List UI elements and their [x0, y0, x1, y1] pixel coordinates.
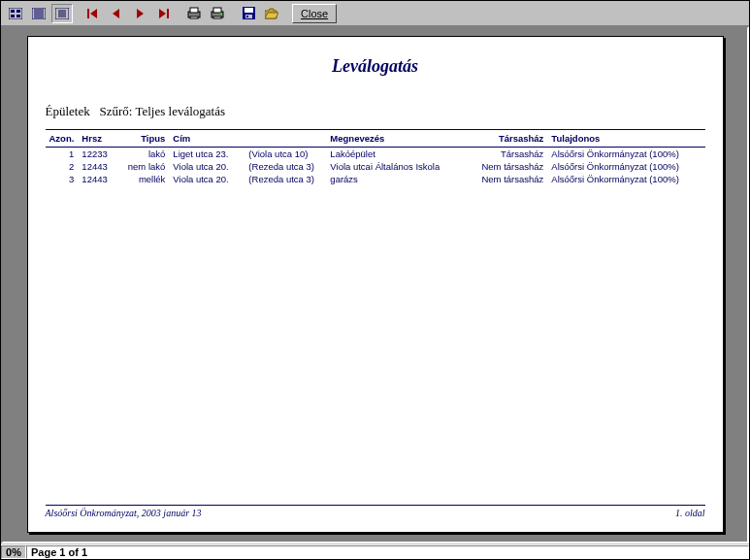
status-bar: 0% Page 1 of 1 — [1, 544, 749, 559]
svg-marker-17 — [159, 9, 166, 18]
svg-rect-20 — [190, 8, 198, 13]
svg-rect-29 — [246, 16, 248, 17]
svg-rect-2 — [16, 10, 20, 13]
status-page: Page 1 of 1 — [26, 545, 749, 559]
col-hrsz: Hrsz — [78, 130, 118, 148]
view-thumbnails-icon[interactable] — [5, 4, 26, 23]
footer-right: 1. oldal — [675, 508, 705, 518]
svg-rect-12 — [58, 10, 66, 17]
svg-rect-27 — [245, 8, 253, 13]
svg-rect-13 — [87, 9, 89, 18]
table-row: 112233lakóLiget utca 23.(Viola utca 10)L… — [46, 148, 705, 161]
open-icon[interactable] — [261, 4, 282, 23]
table-row: 312443mellékViola utca 20.(Rezeda utca 3… — [46, 173, 705, 185]
col-tarsashaz: Társasház — [472, 130, 547, 148]
next-page-icon[interactable] — [129, 4, 150, 23]
svg-marker-15 — [113, 9, 119, 18]
save-icon[interactable] — [238, 4, 259, 23]
print-icon[interactable] — [207, 4, 228, 23]
print-setup-icon[interactable] — [183, 4, 205, 23]
report-page: Leválogatás Épületek Szűrő: Teljes levál… — [27, 36, 724, 533]
col-megnevezes: Megnevezés — [326, 130, 472, 148]
svg-marker-16 — [137, 9, 144, 18]
prev-page-icon[interactable] — [106, 4, 127, 23]
svg-marker-14 — [90, 9, 97, 18]
table-header-row: Azon. Hrsz Tipus Cím Megnevezés Társashá… — [46, 130, 705, 148]
col-tipus: Tipus — [118, 130, 169, 148]
status-percent: 0% — [1, 545, 26, 559]
svg-rect-24 — [213, 16, 221, 18]
subtitle-filter: Szűrő: Teljes leválogatás — [99, 104, 225, 118]
report-title: Leválogatás — [46, 56, 705, 77]
svg-rect-0 — [9, 8, 22, 19]
svg-rect-4 — [16, 15, 20, 17]
preview-viewport: Leválogatás Épületek Szűrő: Teljes levál… — [1, 26, 749, 544]
svg-point-25 — [220, 13, 222, 15]
svg-rect-1 — [11, 10, 15, 13]
footer-left: Alsóőrsi Önkrományzat, 2003 január 13 — [46, 508, 202, 518]
svg-rect-21 — [190, 16, 198, 18]
toolbar: Close — [1, 1, 749, 26]
svg-rect-3 — [11, 15, 15, 17]
view-page-icon[interactable] — [28, 4, 49, 23]
close-button[interactable]: Close — [292, 4, 337, 23]
report-subtitle: Épületek Szűrő: Teljes leválogatás — [46, 104, 705, 119]
view-fit-icon[interactable] — [51, 4, 73, 23]
col-azon: Azon. — [46, 130, 79, 148]
report-footer: Alsóőrsi Önkrományzat, 2003 január 13 1.… — [46, 505, 705, 518]
first-page-icon[interactable] — [82, 4, 104, 23]
table-row: 212443nem lakóViola utca 20.(Rezeda utca… — [46, 160, 705, 173]
svg-rect-23 — [213, 8, 221, 13]
svg-marker-31 — [265, 13, 278, 18]
col-tulajdonos: Tulajdonos — [547, 130, 704, 148]
svg-rect-18 — [167, 9, 169, 18]
subtitle-prefix: Épületek — [46, 104, 90, 118]
report-table: Azon. Hrsz Tipus Cím Megnevezés Társashá… — [46, 129, 705, 185]
col-cim: Cím — [169, 130, 326, 148]
last-page-icon[interactable] — [152, 4, 174, 23]
